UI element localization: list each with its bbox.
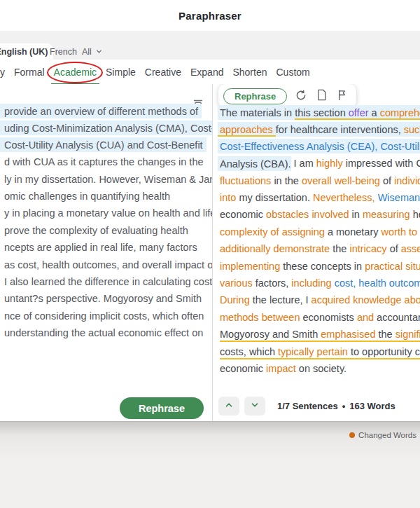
sentence-counter: 1/7 Sentences [277,401,338,411]
output-text-segment: factors, [255,277,292,289]
rephrase-again-button[interactable]: Rephrase [223,88,287,104]
output-text-segment: impact [266,363,299,374]
output-text-segment: complexity of assigning [220,226,328,238]
output-text-segment: worth to [382,226,420,238]
output-text-segment: fluctuations [220,175,274,186]
output-text-segment: into [220,192,239,203]
output-text-segment: the [378,329,395,342]
input-text-line: as cost, health outcomes, and overall im… [4,256,212,273]
lang-tab-label: All [82,47,92,57]
output-text-segment: to opportunity costs, [351,346,420,359]
lang-tab-all[interactable]: All [82,43,103,60]
mode-tab-simple[interactable]: Simple [106,67,136,78]
output-text-segment: in [352,209,363,220]
mode-tab-creative[interactable]: Creative [145,67,181,78]
input-panel: provide an overview of different methods… [0,84,212,421]
mode-tab-custom[interactable]: Custom [276,67,310,78]
paraphraser-app: Paraphraser English (UK) French All y Fo… [0,0,420,508]
output-text-segment: and [357,312,377,323]
chevron-up-icon [224,400,234,412]
input-textarea[interactable]: provide an overview of different methods… [4,102,212,342]
output-text-line: During the lecture, I acquired knowledge… [220,291,420,308]
input-text-line: ly in my dissertation. However, Wiseman … [4,171,212,188]
input-text-fragment: ly in my dissertation. However, Wiseman … [4,174,212,185]
previous-sentence-button[interactable] [218,397,239,416]
copy-button[interactable] [315,90,328,102]
input-text-line: untant?s perspective. Mogyorosy and Smit… [4,290,212,307]
output-text-segment: Wiseman & Jan [378,192,420,203]
output-text-segment: of [390,243,401,254]
output-text-segment: acquired knowledge about [312,294,420,306]
refresh-button[interactable] [295,90,307,102]
input-text-fragment: d with CUA as it captures the changes in… [4,156,204,167]
output-text-line: implementing these concepts in practical… [220,258,420,275]
rephrase-button[interactable]: Rephrase [120,397,204,419]
input-text-line: nce of considering implicit costs, which… [4,308,212,324]
changed-words-dot [349,432,355,438]
output-text-segment: economic [220,209,266,220]
output-text-line: costs, which typically pertain to opport… [220,343,420,360]
output-text-segment: Nevertheless, [313,192,378,203]
flag-button[interactable] [335,90,348,102]
output-text-segment: obstacles involved [266,209,352,220]
output-text-segment: overall well-being [302,175,383,186]
mode-tab-clipped[interactable]: y [0,67,5,78]
output-text-segment: a [372,105,380,121]
output-text-segment: intricacy [349,243,389,254]
input-text-line: uding Cost-Minimization Analysis (CMA), … [4,119,212,136]
output-text-segment: on society. [299,363,346,374]
lang-tab-english-uk[interactable]: English (UK) [0,43,53,60]
mode-tab-academic[interactable]: Academic [54,67,97,78]
sentence-word-stats: 1/7 Sentences • 163 Words [277,401,396,411]
output-text-line: Mogyorosy and Smith emphasised the signi… [220,326,420,343]
mode-tab-shorten[interactable]: Shorten [232,67,267,78]
output-text-line: economic impact on society. [220,360,420,377]
changed-words-legend: Changed Words [349,431,416,439]
next-sentence-button[interactable] [244,397,265,416]
output-text-line: Cost-Effectiveness Analysis (CEA), Cost-… [220,138,420,155]
page-footer: Changed Words [0,421,420,508]
output-text-segment: practical situations [365,261,420,272]
flag-icon [337,89,347,103]
output-text-line: into my dissertation. Nevertheless, Wise… [220,189,420,206]
output-text-segment: Mogyorosy and Smith [220,329,321,342]
output-text-segment: significance [396,329,420,342]
output-text-segment: these concepts in [283,261,365,272]
output-text-segment: methods between [220,312,303,323]
input-text-fragment: Cost-Utility Analysis (CUA) and Cost-Ben… [0,137,206,152]
app-header: Paraphraser [0,0,420,31]
mode-tab-expand[interactable]: Expand [190,67,223,78]
output-text-line: Analysis (CBA). I am highly impressed wi… [220,155,420,172]
input-text-line: prove the complexity of evaluating healt… [4,222,212,239]
mode-tab-formal[interactable]: Formal [14,67,45,78]
output-text-line: The materials in this section offer a co… [220,104,420,121]
output-text-segment: this section [295,105,349,121]
chevron-down-icon [95,48,103,55]
output-text-segment: During [220,294,253,306]
output-text-segment: of [383,175,394,186]
output-text-segment: accountants. [377,312,420,323]
output-text-line: economic obstacles involved in measuring… [220,206,420,223]
word-counter: 163 Words [349,401,396,411]
output-text-segment: my dissertation. [239,192,313,203]
output-text-line: complexity of assigning a monetary worth… [220,224,420,240]
output-text-segment: impressed with CUA's [346,158,420,169]
lang-tab-french[interactable]: French [50,43,77,60]
output-text[interactable]: The materials in this section offer a co… [220,104,420,378]
input-text-fragment: prove the complexity of evaluating healt… [4,225,188,236]
mode-tab-bar: y Formal Academic Simple Creative Expand… [0,60,420,84]
input-text-fragment: omic challenges in quantifying health [4,191,170,202]
input-text-fragment: provide an overview of different methods… [0,104,202,118]
output-text-segment: typically pertain [278,346,351,359]
output-text-segment: such as [404,122,420,137]
output-text-segment: The materials in [218,105,295,120]
input-text-fragment: nce of considering implicit costs, which… [4,310,204,322]
input-text-fragment: y in placing a monetary value on health … [4,207,212,219]
input-text-fragment: understanding the actual economic effect… [4,327,203,338]
output-text-segment: I am [291,158,316,169]
input-text-line: I also learned the difference in calcula… [4,273,212,290]
output-text-segment: the lecture, I [253,294,312,306]
output-text-segment: economic [220,363,266,374]
lang-tab-label: French [50,47,77,57]
output-panel: Rephrase The materials in t [213,84,420,421]
